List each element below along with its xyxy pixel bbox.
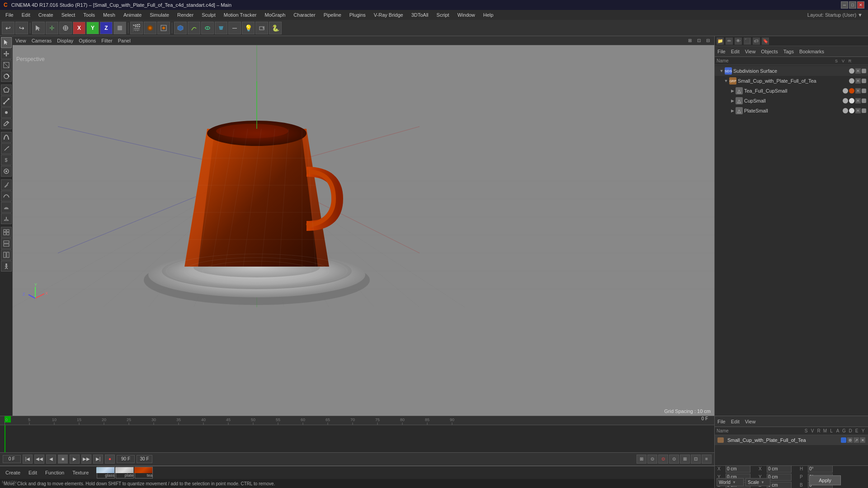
tool-magnet[interactable] [1,132,12,143]
viewport-icon-settings[interactable]: ⊟ [704,37,712,44]
menu-tools[interactable]: Tools [80,11,99,19]
z-axis-button[interactable]: Z [100,22,113,34]
expand-cup[interactable]: ▶ [729,98,736,104]
tool-rotate[interactable] [1,71,12,82]
obj-row-plate[interactable]: ▶ △ PlateSmall ✕ [715,106,868,116]
render-button[interactable] [144,22,156,34]
h-input[interactable] [808,465,833,473]
maximize-button[interactable]: □ [849,1,856,9]
camera-view-button[interactable]: 🎬 [130,22,143,34]
badge-dot-plate-white[interactable] [849,108,854,113]
mat-tab-edit[interactable]: Edit [25,469,41,476]
tool-sculpt-pull[interactable] [1,213,12,224]
menu-help[interactable]: Help [480,11,497,19]
scale-button[interactable] [59,22,72,34]
tool-polygon[interactable] [1,84,12,95]
obj-manager-view-icon[interactable]: 👁 [735,38,742,45]
timeline-icon-4[interactable]: ⊙ [669,455,679,464]
title-bar-controls[interactable]: ─ □ ✕ [841,1,864,9]
mat-swatch-glass[interactable]: glass [97,467,115,479]
redo-button[interactable]: ↪ [15,22,28,34]
obj-mgr-tab-view[interactable]: View [745,49,756,54]
tool-smooth[interactable] [1,191,12,202]
menu-mograph[interactable]: MoGraph [261,11,289,19]
sy-input[interactable] [767,474,792,481]
spline-button[interactable] [188,22,200,34]
timeline-icon-5[interactable]: ⊞ [680,455,690,464]
timeline-icon-2[interactable]: ⊙ [647,455,657,464]
tool-loop[interactable] [1,166,12,177]
menu-create[interactable]: Create [35,11,57,19]
world-combo[interactable]: World ▼ [717,478,744,486]
timeline-icon-1[interactable]: ⊞ [637,455,646,464]
nurbs-button[interactable] [201,22,214,34]
viewport-icon-expand[interactable]: ⊞ [686,37,693,44]
viewport-menu-filter[interactable]: Filter [101,38,112,43]
tool-knife[interactable] [1,143,12,154]
expand-plate[interactable]: ▶ [729,108,736,114]
start-frame-input[interactable] [3,455,21,463]
tool-point[interactable] [1,107,12,118]
next-frame-button[interactable]: ▶▶ [81,455,91,464]
badge-x-cup[interactable]: ✕ [855,98,861,103]
timeline-icon-3[interactable]: ⊙ [658,455,668,464]
move-button[interactable]: ✛ [46,22,58,34]
obj-manager-bookmarks-icon[interactable]: 🔖 [762,38,769,45]
menu-edit[interactable]: Edit [18,11,34,19]
badge-dot-tea-red[interactable] [849,88,854,94]
tool-edge[interactable] [1,96,12,107]
camera-button[interactable] [255,22,268,34]
tool-grid-2[interactable] [1,238,12,249]
obj-manager-edit-icon[interactable]: ✏ [726,38,733,45]
minimize-button[interactable]: ─ [841,1,848,9]
python-button[interactable]: 🐍 [269,22,282,34]
attr-tab-edit[interactable]: Edit [731,419,740,424]
menu-character[interactable]: Character [290,11,319,19]
viewport-menu-options[interactable]: Options [79,38,96,43]
deformer-button[interactable] [215,22,227,34]
menu-select[interactable]: Select [58,11,79,19]
menu-vray[interactable]: V-Ray Bridge [370,11,407,19]
obj-manager-tags-icon[interactable]: 🏷 [753,38,760,45]
scene-obj-button[interactable]: ─ [228,22,241,34]
badge-dot-sc-1[interactable] [849,78,854,84]
badge-dot-plate-1[interactable] [843,108,848,113]
viewport-menu-cameras[interactable]: Cameras [32,38,52,43]
menu-plugins[interactable]: Plugins [346,11,369,19]
obj-row-subdivision[interactable]: ▼ SDS Subdivision Surface ✕ [715,66,868,76]
prev-frame-button[interactable]: ◀◀ [34,455,44,464]
scene-bg[interactable]: Perspective [13,45,714,416]
tool-move[interactable] [1,48,12,59]
expand-subdivision[interactable]: ▼ [718,68,725,74]
scale-combo[interactable]: Scale ▼ [745,478,770,486]
obj-mgr-tab-tags[interactable]: Tags [783,49,794,54]
skip-start-button[interactable]: |◀ [23,455,33,464]
sx-input[interactable] [767,465,792,473]
expand-small-cup[interactable]: ▼ [723,78,729,84]
obj-manager-file-icon[interactable]: 📁 [717,38,724,45]
layout-label[interactable]: Layout: Startup (User) ▼ [807,12,866,18]
mat-swatch-plate[interactable]: plate [116,467,134,479]
end-frame-input[interactable] [117,455,135,463]
menu-render[interactable]: Render [174,11,197,19]
viewport-menu-panel[interactable]: Panel [118,38,131,43]
record-button[interactable]: ● [105,455,115,464]
obj-row-cup[interactable]: ▶ △ CupSmall ✕ [715,96,868,106]
stop-button[interactable]: ■ [58,455,68,464]
menu-pipeline[interactable]: Pipeline [320,11,345,19]
undo-button[interactable]: ↩ [2,22,14,34]
x-axis-button[interactable]: X [73,22,85,34]
mat-swatch-tea[interactable]: tea [135,467,153,479]
obj-mgr-tab-objects[interactable]: Objects [761,49,778,54]
timeline-tracks[interactable] [0,425,714,452]
timeline-icon-7[interactable]: ≡ [702,455,712,464]
tool-sculpt-inflate[interactable] [1,202,12,213]
select-mode-button[interactable] [32,22,45,34]
close-button[interactable]: ✕ [857,1,864,9]
apply-button[interactable]: Apply [809,475,841,485]
timeline-icon-6[interactable]: ⊡ [691,455,701,464]
tool-extrude[interactable]: $ [1,155,12,165]
obj-mgr-tab-bookmarks[interactable]: Bookmarks [799,49,824,54]
menu-animate[interactable]: Animate [120,11,145,19]
badge-x-tea[interactable]: ✕ [855,88,861,94]
